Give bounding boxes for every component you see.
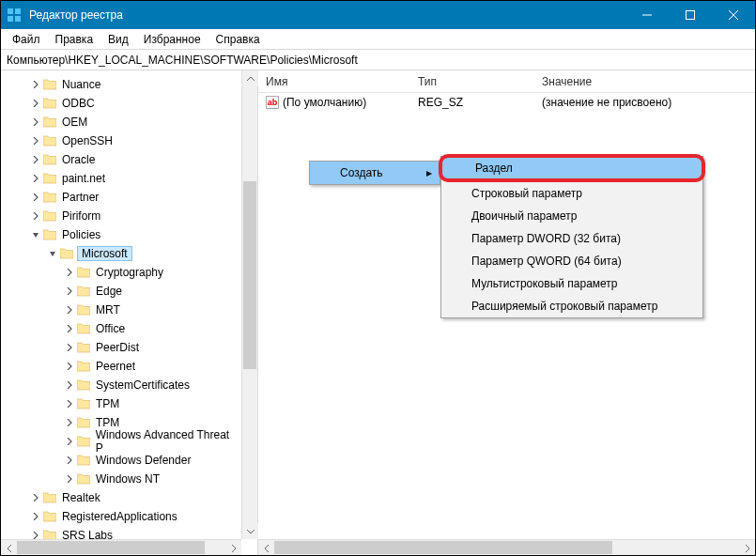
folder-icon [76,454,91,467]
col-type[interactable]: Тип [410,75,534,88]
expand-icon[interactable] [63,322,76,335]
menu-favorites[interactable]: Избранное [136,31,208,48]
expand-icon[interactable] [29,134,42,147]
tree-item[interactable]: Microsoft [1,245,241,262]
list-scrollbar-horizontal[interactable] [258,539,755,555]
tree-item[interactable]: OpenSSH [1,132,241,149]
col-value[interactable]: Значение [534,75,755,88]
scroll-thumb[interactable] [243,181,256,369]
tree-item[interactable]: Windows Advanced Threat P [1,433,241,450]
context-menu-item[interactable]: Параметр DWORD (32 бита) [441,227,702,250]
tree-item[interactable]: Oracle [1,151,241,168]
tree-item-label: Oracle [60,153,97,166]
list-row[interactable]: ab(По умолчанию) REG_SZ (значение не при… [258,93,755,112]
tree-item[interactable]: OEM [1,114,241,131]
col-name[interactable]: Имя [258,75,410,88]
tree-item[interactable]: Partner [1,189,241,206]
tree-item[interactable]: Policies [1,226,241,243]
address-bar[interactable]: Компьютер\HKEY_LOCAL_MACHINE\SOFTWARE\Po… [1,50,755,70]
context-menu-item[interactable]: Расширяемый строковый параметр [441,295,702,317]
scroll-right-icon[interactable] [225,540,241,556]
tree-item[interactable]: TPM [1,395,241,412]
expand-icon[interactable] [29,97,42,110]
window-title: Редактор реестра [27,8,625,22]
scroll-up-icon[interactable] [242,70,258,86]
tree-item[interactable]: Peernet [1,358,241,375]
tree-scrollbar-horizontal[interactable] [1,539,241,555]
tree-view[interactable]: NuanceODBCOEMOpenSSHOraclepaint.netPartn… [1,70,241,539]
context-menu[interactable]: Создать ▸ [309,161,440,185]
scroll-left-icon[interactable] [258,540,274,556]
tree-item-label: Policies [60,228,102,241]
tree-item[interactable]: RegisteredApplications [1,508,241,525]
expand-icon[interactable] [63,285,76,298]
scroll-down-icon[interactable] [242,523,258,539]
tree-item[interactable]: Windows NT [1,471,241,487]
expand-icon[interactable] [29,491,42,504]
expand-icon[interactable] [29,172,42,185]
tree-item[interactable]: SRS Labs [1,527,241,539]
tree-item-label: Edge [94,285,124,298]
value-name: (По умолчанию) [283,96,366,109]
tree-item[interactable]: Office [1,320,241,337]
context-menu-item[interactable]: Раздел [439,154,705,182]
expand-icon[interactable] [63,378,76,392]
tree-item-label: SystemCertificates [94,378,192,392]
minimize-button[interactable] [625,1,669,29]
tree-item[interactable]: Cryptography [1,264,241,281]
tree-item[interactable]: Realtek [1,489,241,506]
context-menu-item[interactable]: Параметр QWORD (64 бита) [441,250,702,272]
expand-icon[interactable] [63,454,76,467]
tree-item[interactable]: Nuance [1,76,241,93]
svg-rect-3 [15,16,21,22]
expand-icon[interactable] [63,303,76,317]
expand-icon[interactable] [46,247,59,260]
tree-item[interactable]: Piriform [1,208,241,224]
svg-rect-2 [8,16,13,22]
context-menu-item[interactable]: Мультистроковый параметр [441,272,702,295]
expand-icon[interactable] [29,228,42,241]
expand-icon[interactable] [63,416,76,429]
tree-item-label: Windows Advanced Threat P [94,428,241,455]
context-submenu[interactable]: РазделСтроковый параметрДвоичный парамет… [440,156,703,318]
expand-icon[interactable] [29,510,42,523]
expand-icon[interactable] [29,529,42,539]
expand-icon[interactable] [29,116,42,129]
expand-icon[interactable] [63,435,76,448]
folder-icon [76,397,91,410]
expand-icon[interactable] [63,341,76,354]
maximize-button[interactable] [669,1,712,29]
folder-icon [76,341,91,354]
string-value-icon: ab [266,96,279,109]
expand-icon[interactable] [63,472,76,486]
tree-item[interactable]: PeerDist [1,339,241,356]
tree-item-label: Nuance [60,78,102,91]
expand-icon[interactable] [29,153,42,166]
expand-icon[interactable] [29,191,42,204]
scroll-right-icon[interactable] [739,540,755,556]
tree-item[interactable]: MRT [1,301,241,318]
context-menu-item[interactable]: Двоичный параметр [441,205,702,227]
tree-scrollbar-vertical[interactable] [241,70,257,539]
expand-icon[interactable] [63,360,76,373]
menu-help[interactable]: Справка [208,31,268,48]
expand-icon[interactable] [29,209,42,223]
tree-item[interactable]: Edge [1,283,241,300]
scroll-thumb[interactable] [17,541,205,554]
expand-icon[interactable] [29,78,42,91]
tree-item[interactable]: SystemCertificates [1,377,241,394]
menu-file[interactable]: Файл [5,31,48,48]
context-menu-label: Раздел [475,162,513,175]
titlebar: Редактор реестра [1,1,755,29]
tree-item[interactable]: paint.net [1,170,241,187]
scroll-thumb[interactable] [274,541,612,554]
menu-edit[interactable]: Правка [48,31,101,48]
close-button[interactable] [712,1,755,29]
context-menu-item[interactable]: Строковый параметр [441,182,702,205]
expand-icon[interactable] [63,266,76,279]
scroll-left-icon[interactable] [1,540,17,556]
menu-view[interactable]: Вид [100,31,136,48]
tree-item[interactable]: ODBC [1,95,241,112]
context-menu-create[interactable]: Создать ▸ [310,162,440,184]
expand-icon[interactable] [63,397,76,410]
